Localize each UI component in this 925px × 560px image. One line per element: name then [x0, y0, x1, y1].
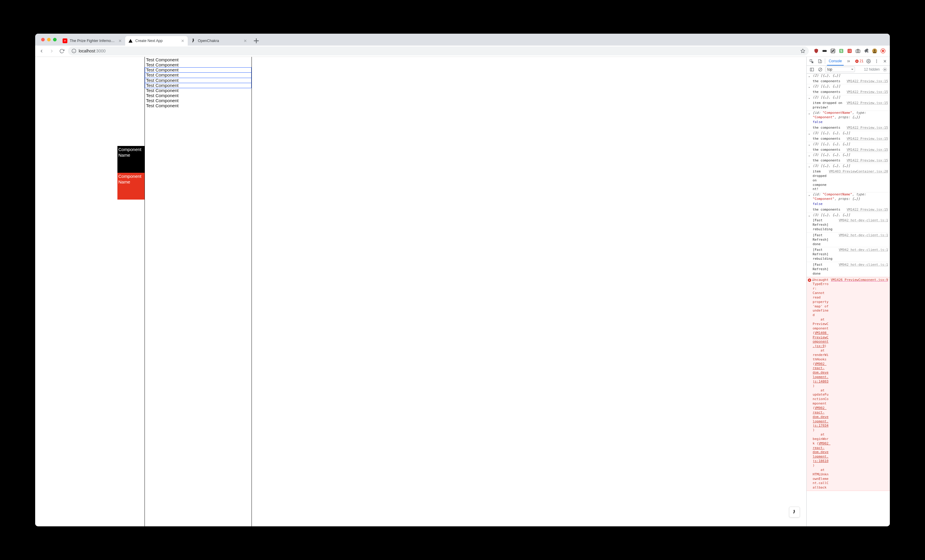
- inspect-element-button[interactable]: [809, 58, 815, 64]
- expand-arrow-icon[interactable]: ▸: [809, 154, 810, 158]
- log-source-link[interactable]: VM1422 Preview.jsx:15: [847, 148, 888, 152]
- extension-puzzle-icon[interactable]: [863, 48, 869, 54]
- bookmark-star-icon[interactable]: [800, 48, 805, 53]
- console-output[interactable]: ▸(2) [{…}, {…}]the componentsVM1422 Prev…: [807, 74, 890, 526]
- tab-close-button[interactable]: [118, 39, 122, 43]
- hidden-messages-label[interactable]: 12 hidden: [864, 67, 880, 71]
- window-maximize-button[interactable]: [53, 38, 57, 41]
- log-source-link[interactable]: VM1422 Preview.jsx:15: [847, 137, 888, 141]
- console-log-entry[interactable]: false: [807, 120, 890, 125]
- console-log-entry[interactable]: the componentsVM1422 Preview.jsx:15: [807, 158, 890, 164]
- console-log-entry[interactable]: [Fast Refresh] doneVM942 hot-dev-client.…: [807, 233, 890, 247]
- console-log-entry[interactable]: ▸(3) [{…}, {…}, {…}]: [807, 164, 890, 169]
- expand-arrow-icon[interactable]: ▸: [809, 165, 810, 169]
- log-source-link[interactable]: VM1422 Preview.jsx:15: [847, 101, 888, 110]
- devtools-close-button[interactable]: [882, 58, 888, 64]
- preview-component-item[interactable]: Test Component: [145, 72, 252, 78]
- browser-tab[interactable]: OpenChakra: [188, 36, 250, 45]
- console-log-entry[interactable]: ▸(3) [{…}, {…}, {…}]: [807, 213, 890, 218]
- extension-todo-icon[interactable]: [847, 48, 852, 54]
- component-card[interactable]: Component Name: [118, 146, 145, 173]
- extension-record-icon[interactable]: [880, 48, 886, 54]
- console-clear-button[interactable]: [817, 66, 823, 73]
- expand-arrow-icon[interactable]: ▸: [809, 214, 810, 218]
- preview-component-item[interactable]: Test Component: [145, 103, 252, 108]
- browser-tab[interactable]: The Prize Fighter Inferno - Sta: [60, 36, 125, 45]
- console-log-entry[interactable]: false: [807, 202, 890, 207]
- expand-arrow-icon[interactable]: ▸: [809, 96, 810, 100]
- expand-arrow-icon[interactable]: ▸: [809, 85, 810, 89]
- log-source-link[interactable]: VM1422 Preview.jsx:15: [847, 126, 888, 130]
- console-context-select[interactable]: top: [825, 67, 855, 72]
- log-source-link[interactable]: VM1422 Preview.jsx:15: [847, 79, 888, 84]
- device-toolbar-button[interactable]: [817, 58, 823, 64]
- console-log-entry[interactable]: ▸{id: "ComponentName", type: "Component"…: [807, 193, 890, 202]
- console-log-entry[interactable]: ▸(2) [{…}, {…}]: [807, 74, 890, 79]
- log-source-link[interactable]: VM1403 PreviewContainer.jsx:20: [829, 170, 888, 191]
- log-source-link[interactable]: VM942 hot-dev-client.js:1: [839, 248, 888, 261]
- preview-component-item[interactable]: Test Component: [145, 88, 252, 93]
- log-source-link[interactable]: VM942 hot-dev-client.js:1: [839, 218, 888, 232]
- console-settings-button[interactable]: [881, 66, 888, 73]
- tab-close-button[interactable]: [243, 39, 247, 43]
- devtools-tabs-overflow-button[interactable]: [845, 58, 852, 64]
- nav-back-button[interactable]: [38, 47, 46, 55]
- preview-panel[interactable]: Test ComponentTest ComponentTest Compone…: [145, 57, 252, 526]
- preview-component-item[interactable]: Test Component: [145, 62, 252, 68]
- console-log-entry[interactable]: ▸(2) [{…}, {…}]: [807, 95, 890, 100]
- console-log-entry[interactable]: itemdropped on component!VM1403 PreviewC…: [807, 169, 890, 193]
- preview-component-item[interactable]: Test Component: [145, 78, 252, 83]
- log-source-link[interactable]: VM1422 Preview.jsx:15: [847, 90, 888, 95]
- expand-arrow-icon[interactable]: ▸: [809, 132, 810, 136]
- console-log-entry[interactable]: [Fast Refresh] rebuildingVM942 hot-dev-c…: [807, 247, 890, 262]
- extension-lastpass-icon[interactable]: [822, 48, 827, 54]
- expand-arrow-icon[interactable]: ▸: [809, 112, 810, 116]
- browser-tab[interactable]: Create Next App: [125, 36, 188, 45]
- extension-ublock-icon[interactable]: [814, 48, 819, 54]
- log-source-link[interactable]: VM1422 Preview.jsx:15: [847, 158, 888, 163]
- expand-arrow-icon[interactable]: ▸: [812, 278, 814, 282]
- console-log-entry[interactable]: [Fast Refresh] rebuildingVM942 hot-dev-c…: [807, 218, 890, 233]
- console-log-entry[interactable]: ▸{id: "ComponentName", type: "Component"…: [807, 111, 890, 120]
- site-info-icon[interactable]: [72, 48, 76, 53]
- console-log-entry[interactable]: the componentsVM1422 Preview.jsx:15: [807, 79, 890, 84]
- address-bar[interactable]: localhost:3000: [68, 47, 809, 56]
- console-error-entry[interactable]: ▸Uncaught TypeError: Cannot read propert…: [807, 277, 890, 491]
- console-log-entry[interactable]: ▸(3) [{…}, {…}, {…}]: [807, 142, 890, 147]
- dev-indicator-button[interactable]: [789, 507, 800, 518]
- console-log-entry[interactable]: the componentsVM1422 Preview.jsx:15: [807, 136, 890, 142]
- preview-component-item[interactable]: Test Component: [145, 57, 252, 63]
- window-minimize-button[interactable]: [47, 38, 51, 41]
- log-source-link[interactable]: VM942 hot-dev-client.js:1: [839, 233, 888, 247]
- console-log-entry[interactable]: the componentsVM1422 Preview.jsx:15: [807, 89, 890, 95]
- nav-forward-button[interactable]: [48, 47, 56, 55]
- console-log-entry[interactable]: the componentsVM1422 Preview.jsx:15: [807, 125, 890, 131]
- console-log-entry[interactable]: [Fast Refresh] doneVM942 hot-dev-client.…: [807, 262, 890, 277]
- console-log-entry[interactable]: ▸(3) [{…}, {…}, {…}]: [807, 131, 890, 136]
- preview-component-item[interactable]: Test Component: [145, 93, 252, 98]
- nav-reload-button[interactable]: [58, 47, 66, 55]
- preview-component-item[interactable]: Test Component: [145, 98, 252, 103]
- devtools-tab-console[interactable]: Console: [827, 57, 844, 66]
- expand-arrow-icon[interactable]: ▸: [809, 143, 810, 147]
- devtools-settings-button[interactable]: [865, 58, 872, 64]
- log-source-link[interactable]: VM942 hot-dev-client.js:1: [839, 263, 888, 276]
- window-close-button[interactable]: [41, 38, 45, 41]
- tab-close-button[interactable]: [181, 39, 185, 43]
- console-log-entry[interactable]: ▸(2) [{…}, {…}]: [807, 84, 890, 89]
- console-sidebar-toggle[interactable]: [809, 66, 815, 73]
- console-log-entry[interactable]: item dropped on preview!VM1422 Preview.j…: [807, 100, 890, 111]
- new-tab-button[interactable]: [252, 37, 261, 45]
- extension-screenshot-icon[interactable]: [855, 48, 861, 54]
- console-log-entry[interactable]: the componentsVM1422 Preview.jsx:15: [807, 207, 890, 213]
- console-log-entry[interactable]: the componentsVM1422 Preview.jsx:15: [807, 147, 890, 153]
- component-card[interactable]: Component Name: [118, 173, 145, 200]
- extension-grammarly-icon[interactable]: S: [839, 48, 844, 54]
- preview-component-item[interactable]: Test Component: [145, 83, 252, 88]
- extension-avatar-icon[interactable]: [872, 48, 877, 54]
- extension-notion-icon[interactable]: [830, 48, 836, 54]
- preview-component-item[interactable]: Test Component: [145, 67, 252, 73]
- expand-arrow-icon[interactable]: ▸: [809, 193, 810, 197]
- expand-arrow-icon[interactable]: ▸: [809, 74, 810, 79]
- log-source-link[interactable]: VM1426 PreviewComponent.jsx:9: [831, 278, 888, 490]
